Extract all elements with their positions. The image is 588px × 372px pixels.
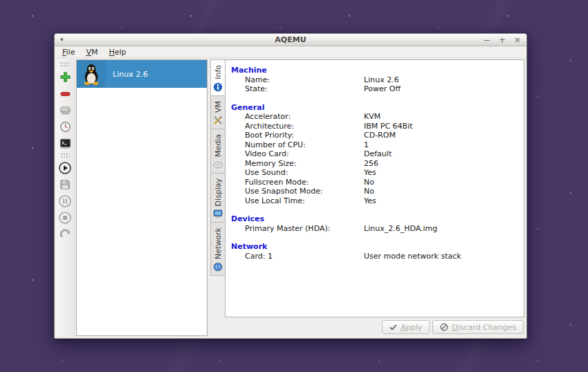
tab-media[interactable]: Media — [210, 129, 225, 173]
info-row: Architecture:IBM PC 64Bit — [231, 122, 518, 131]
info-row: Boot Priority:CD-ROM — [231, 131, 518, 140]
add-vm-icon — [59, 71, 72, 84]
toolbar-handle[interactable] — [60, 153, 70, 158]
tab-display[interactable]: Display — [210, 173, 225, 223]
remove-vm-button[interactable] — [57, 86, 73, 101]
menubar: File VM Help — [55, 46, 526, 58]
info-panel: Machine Name:Linux 2.6 State:Power Off G… — [225, 59, 524, 317]
disc-icon — [213, 160, 223, 169]
stop-vm-button[interactable] — [57, 210, 73, 225]
vm-list[interactable]: Linux 2.6 — [76, 59, 208, 336]
vm-name: Linux 2.6 — [106, 70, 148, 79]
terminal-icon — [59, 137, 72, 150]
info-row: Accelerator:KVM — [231, 112, 518, 122]
snapshot-clock-icon — [59, 120, 72, 133]
info-row: Card: 1User mode network stack — [231, 252, 518, 261]
minimize-button[interactable]: − — [484, 36, 490, 44]
menu-help[interactable]: Help — [104, 47, 131, 57]
stop-vm-icon — [58, 211, 72, 225]
menu-file[interactable]: File — [57, 47, 80, 57]
tab-network[interactable]: Network — [210, 222, 225, 276]
aqemu-window: ▾ AQEMU − + × File VM Help — [54, 33, 527, 339]
titlebar[interactable]: ▾ AQEMU − + × — [55, 34, 526, 46]
reset-vm-icon — [59, 228, 72, 241]
menu-vm[interactable]: VM — [81, 47, 102, 57]
remove-vm-icon — [59, 87, 72, 100]
tab-vm[interactable]: VM — [210, 95, 225, 129]
vm-list-item-linux26[interactable]: Linux 2.6 — [77, 60, 207, 88]
info-row: Video Card:Default — [231, 149, 518, 159]
hdd-icon — [59, 104, 72, 117]
create-hdd-button[interactable] — [57, 102, 73, 118]
close-button[interactable]: × — [514, 36, 521, 44]
globe-icon — [213, 262, 223, 272]
info-row: State:Power Off — [231, 84, 518, 94]
info-row: Number of CPU:1 — [231, 140, 518, 150]
reset-vm-button[interactable] — [57, 227, 73, 242]
pause-vm-button[interactable] — [57, 194, 73, 209]
info-row: Use Snapshot Mode:No — [231, 187, 518, 196]
info-row: Use Sound:Yes — [231, 168, 518, 178]
tab-info[interactable]: Info — [210, 59, 225, 95]
vm-settings-area: Info VM Media Display — [210, 59, 524, 336]
main-area: Linux 2.6 Info VM Media — [55, 58, 526, 338]
save-vm-button[interactable] — [57, 177, 73, 192]
add-vm-button[interactable] — [57, 69, 73, 84]
no-entry-icon — [440, 323, 448, 331]
info-icon — [213, 82, 223, 92]
section-title: Network — [231, 242, 518, 252]
section-title: Machine — [231, 66, 518, 75]
start-vm-button[interactable] — [57, 160, 73, 176]
snapshot-button[interactable] — [57, 119, 73, 134]
tools-icon — [213, 115, 223, 125]
maximize-button[interactable]: + — [499, 36, 506, 44]
vm-os-icon-box — [77, 60, 106, 88]
info-row: Use Local Time:Yes — [231, 196, 518, 206]
apply-button[interactable]: Apply — [382, 320, 430, 334]
terminal-button[interactable] — [57, 136, 73, 151]
monitor-icon — [213, 209, 223, 218]
desktop: { "window": { "title": "AQEMU", "menu_bu… — [0, 0, 588, 372]
info-section-devices: Devices Primary Master (HDA):Linux_2.6_H… — [231, 214, 518, 233]
info-row: Primary Master (HDA):Linux_2.6_HDA.img — [231, 224, 518, 234]
info-row: Memory Size:256 — [231, 159, 518, 169]
toolbar — [56, 59, 75, 336]
pause-vm-icon — [58, 194, 72, 208]
window-title: AQEMU — [55, 35, 526, 44]
discard-changes-button[interactable]: Discard Changes — [432, 320, 524, 334]
check-icon — [389, 324, 397, 331]
save-vm-icon — [59, 178, 71, 191]
section-title: General — [231, 103, 518, 113]
info-row: Name:Linux 2.6 — [231, 75, 518, 85]
section-title: Devices — [231, 214, 518, 224]
tab-bar: Info VM Media Display — [210, 59, 225, 317]
toolbar-handle[interactable] — [60, 62, 70, 66]
window-menu-icon[interactable]: ▾ — [60, 37, 64, 43]
info-section-general: General Accelerator:KVM Architecture:IBM… — [231, 103, 518, 206]
tux-penguin-icon — [80, 62, 103, 86]
action-button-row: Apply Discard Changes — [210, 317, 524, 336]
info-row: Fullscreen Mode:No — [231, 178, 518, 187]
info-section-machine: Machine Name:Linux 2.6 State:Power Off — [231, 66, 518, 94]
start-vm-icon — [58, 161, 72, 175]
info-section-network: Network Card: 1User mode network stack — [231, 242, 518, 261]
